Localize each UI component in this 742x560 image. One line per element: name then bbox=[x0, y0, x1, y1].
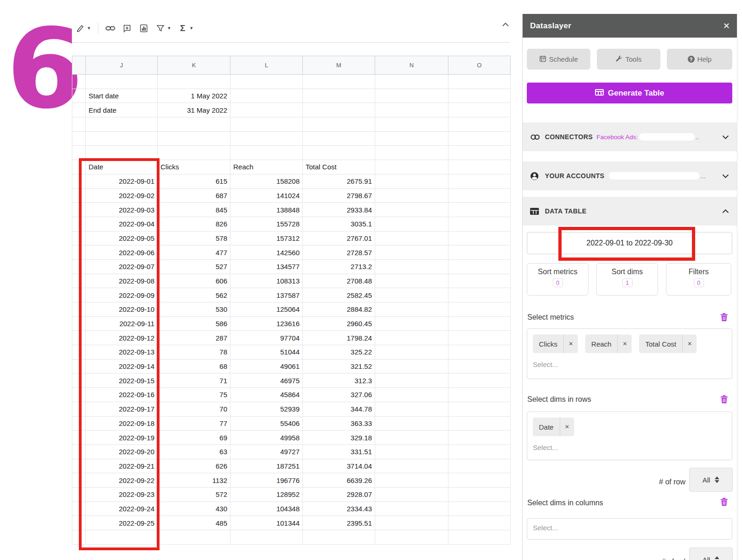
metric-chip[interactable]: Total Cost✕ bbox=[639, 335, 697, 353]
cell[interactable] bbox=[72, 502, 86, 516]
cell[interactable] bbox=[72, 303, 86, 317]
cell[interactable] bbox=[375, 303, 448, 317]
cell[interactable]: 2798.67 bbox=[303, 188, 375, 203]
cell[interactable] bbox=[375, 274, 448, 288]
cell[interactable]: 71 bbox=[158, 373, 230, 388]
cell[interactable]: 2022-09-09 bbox=[86, 288, 158, 303]
cell[interactable]: 586 bbox=[158, 316, 230, 331]
cell[interactable]: 2022-09-23 bbox=[86, 487, 158, 502]
cell[interactable]: 51044 bbox=[230, 345, 303, 360]
cell[interactable]: 49061 bbox=[230, 359, 303, 373]
cell[interactable] bbox=[303, 146, 375, 160]
cell[interactable]: 45864 bbox=[230, 388, 303, 402]
cell[interactable] bbox=[375, 530, 448, 545]
cell[interactable]: 108313 bbox=[230, 274, 303, 288]
cell[interactable] bbox=[448, 316, 511, 331]
cell[interactable] bbox=[375, 188, 448, 203]
cell[interactable]: 75 bbox=[158, 388, 230, 402]
cell[interactable]: 142560 bbox=[230, 245, 303, 260]
section-connectors[interactable]: CONNECTORS Facebook Ads: .. bbox=[523, 122, 737, 151]
cell[interactable] bbox=[448, 388, 511, 402]
cell[interactable]: 128952 bbox=[230, 487, 303, 502]
select-dims-columns-placeholder[interactable]: Select... bbox=[533, 524, 726, 532]
cell[interactable] bbox=[303, 530, 375, 545]
cell[interactable] bbox=[448, 345, 511, 360]
cell[interactable] bbox=[72, 203, 86, 217]
metric-chip[interactable]: Clicks✕ bbox=[533, 335, 578, 353]
cell[interactable] bbox=[72, 530, 86, 545]
cell[interactable]: 55406 bbox=[230, 416, 303, 431]
cell[interactable]: 2960.45 bbox=[303, 316, 375, 331]
cell[interactable] bbox=[72, 288, 86, 303]
cell[interactable] bbox=[72, 444, 86, 459]
close-icon[interactable]: ✕ bbox=[723, 21, 730, 31]
cell[interactable]: 2022-09-14 bbox=[86, 359, 158, 373]
cell[interactable]: 2022-09-21 bbox=[86, 459, 158, 473]
cell[interactable]: 3714.04 bbox=[303, 459, 375, 473]
cell[interactable]: 2708.48 bbox=[303, 274, 375, 288]
cell[interactable] bbox=[448, 274, 511, 288]
cell[interactable]: 321.52 bbox=[303, 359, 375, 373]
select-dims-columns-box[interactable]: Select... bbox=[527, 518, 732, 540]
cell[interactable] bbox=[72, 459, 86, 473]
cell[interactable]: 2022-09-03 bbox=[86, 203, 158, 217]
cell[interactable]: 69 bbox=[158, 431, 230, 445]
cell[interactable]: 78 bbox=[158, 345, 230, 360]
cell[interactable]: J bbox=[86, 56, 158, 75]
cell[interactable] bbox=[158, 146, 230, 160]
cell[interactable]: N bbox=[375, 56, 448, 75]
cell[interactable] bbox=[448, 331, 511, 345]
cell[interactable]: L bbox=[230, 56, 303, 75]
cell[interactable]: 63 bbox=[158, 444, 230, 459]
help-button[interactable]: ? Help bbox=[667, 49, 732, 70]
cell[interactable] bbox=[448, 245, 511, 260]
trash-icon[interactable] bbox=[720, 497, 729, 507]
cell[interactable]: 2884.82 bbox=[303, 303, 375, 317]
cell[interactable] bbox=[448, 288, 511, 303]
cell[interactable]: 287 bbox=[158, 331, 230, 345]
cell[interactable]: 2022-09-18 bbox=[86, 416, 158, 431]
stepper-arrows-icon[interactable] bbox=[715, 476, 719, 483]
cell[interactable] bbox=[375, 388, 448, 402]
cell[interactable]: 1 May 2022 bbox=[158, 89, 230, 103]
cell[interactable] bbox=[448, 516, 511, 530]
cell[interactable] bbox=[448, 75, 511, 89]
section-your-accounts[interactable]: YOUR ACCOUNTS ... bbox=[523, 161, 737, 190]
cell[interactable]: 125064 bbox=[230, 303, 303, 317]
sort-dims-button[interactable]: Sort dims 1 bbox=[596, 263, 658, 296]
cell[interactable]: 2022-09-01 bbox=[86, 174, 158, 188]
cell[interactable]: End date bbox=[86, 103, 158, 117]
chip-remove-icon[interactable]: ✕ bbox=[560, 418, 574, 436]
cell[interactable]: Total Cost bbox=[303, 160, 375, 174]
cell[interactable] bbox=[448, 431, 511, 445]
cell[interactable]: 1798.24 bbox=[303, 331, 375, 345]
num-cols-stepper[interactable]: All bbox=[689, 547, 733, 560]
chip-remove-icon[interactable]: ✕ bbox=[682, 335, 697, 353]
cell[interactable] bbox=[72, 160, 86, 174]
cell[interactable]: 2022-09-17 bbox=[86, 402, 158, 416]
cell[interactable] bbox=[375, 373, 448, 388]
select-dims-rows-placeholder[interactable]: Select... bbox=[533, 444, 726, 451]
select-metrics-placeholder[interactable]: Select... bbox=[533, 360, 726, 368]
cell[interactable] bbox=[448, 402, 511, 416]
cell[interactable] bbox=[158, 117, 230, 132]
cell[interactable] bbox=[72, 188, 86, 203]
cell[interactable]: 477 bbox=[158, 245, 230, 260]
cell[interactable]: 2022-09-25 bbox=[86, 516, 158, 530]
cell[interactable] bbox=[448, 117, 511, 132]
cell[interactable]: 572 bbox=[158, 487, 230, 502]
cell[interactable]: 344.78 bbox=[303, 402, 375, 416]
cell[interactable]: 2022-09-13 bbox=[86, 345, 158, 360]
caret-down-icon[interactable]: ▾ bbox=[168, 25, 173, 31]
cell[interactable] bbox=[375, 473, 448, 488]
cell[interactable] bbox=[375, 331, 448, 345]
caret-down-icon[interactable]: ▾ bbox=[88, 25, 93, 31]
cell[interactable] bbox=[448, 459, 511, 473]
cell[interactable]: 2022-09-11 bbox=[86, 316, 158, 331]
cell[interactable] bbox=[86, 146, 158, 160]
cell[interactable]: 615 bbox=[158, 174, 230, 188]
trash-icon[interactable] bbox=[720, 395, 729, 404]
cell[interactable] bbox=[448, 487, 511, 502]
cell[interactable] bbox=[72, 245, 86, 260]
cell[interactable]: 31 May 2022 bbox=[158, 103, 230, 117]
